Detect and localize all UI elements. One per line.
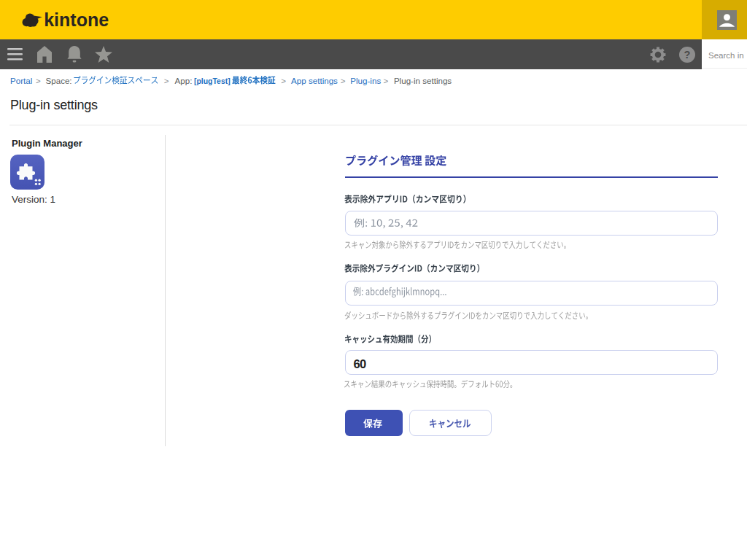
svg-text:?: ?	[684, 49, 691, 61]
